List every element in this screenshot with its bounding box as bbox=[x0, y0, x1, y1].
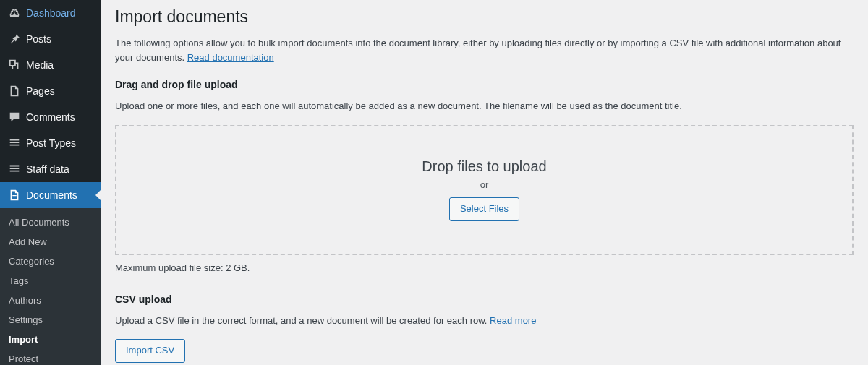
sidebar-item-label: Post Types bbox=[26, 137, 76, 150]
read-more-link[interactable]: Read more bbox=[490, 315, 536, 326]
select-files-button[interactable]: Select Files bbox=[449, 197, 519, 221]
sidebar-item-label: Staff data bbox=[26, 163, 69, 176]
sidebar-item-label: Dashboard bbox=[26, 7, 76, 20]
list-icon bbox=[7, 162, 22, 176]
submenu-settings[interactable]: Settings bbox=[0, 310, 101, 330]
submenu-categories[interactable]: Categories bbox=[0, 252, 101, 271]
sidebar-item-dashboard[interactable]: Dashboard bbox=[0, 0, 101, 26]
import-csv-button[interactable]: Import CSV bbox=[115, 339, 185, 363]
sidebar-item-label: Comments bbox=[26, 111, 75, 124]
submenu-protect[interactable]: Protect bbox=[0, 349, 101, 365]
section-csv-desc: Upload a CSV file in the correct format,… bbox=[115, 314, 854, 328]
media-icon bbox=[7, 58, 22, 72]
sidebar-item-label: Documents bbox=[26, 189, 77, 202]
document-icon bbox=[7, 188, 22, 202]
sidebar-item-posts[interactable]: Posts bbox=[0, 26, 101, 52]
dropzone-or-text: or bbox=[480, 179, 489, 190]
submenu-import[interactable]: Import bbox=[0, 330, 101, 349]
csv-desc-body: Upload a CSV file in the correct format,… bbox=[115, 315, 490, 326]
documents-submenu: All Documents Add New Categories Tags Au… bbox=[0, 208, 101, 365]
sidebar-item-label: Pages bbox=[26, 85, 55, 98]
submenu-tags[interactable]: Tags bbox=[0, 271, 101, 291]
page-icon bbox=[7, 84, 22, 98]
submenu-add-new[interactable]: Add New bbox=[0, 232, 101, 252]
sidebar-item-comments[interactable]: Comments bbox=[0, 104, 101, 130]
file-dropzone[interactable]: Drop files to upload or Select Files bbox=[115, 125, 854, 255]
sidebar-item-documents[interactable]: Documents bbox=[0, 182, 101, 208]
section-drag-drop-title: Drag and drop file upload bbox=[115, 79, 854, 90]
sidebar-item-label: Posts bbox=[26, 33, 51, 46]
dashboard-icon bbox=[7, 6, 22, 20]
max-upload-note: Maximum upload file size: 2 GB. bbox=[115, 262, 854, 273]
admin-sidebar: Dashboard Posts Media Pages Comments Pos… bbox=[0, 0, 101, 365]
section-drag-drop-desc: Upload one or more files, and each one w… bbox=[115, 99, 854, 113]
comment-icon bbox=[7, 110, 22, 124]
main-content: Import documents The following options a… bbox=[101, 0, 868, 365]
section-csv-title: CSV upload bbox=[115, 293, 854, 305]
sidebar-item-label: Media bbox=[26, 59, 54, 72]
sidebar-item-staff-data[interactable]: Staff data bbox=[0, 156, 101, 182]
read-documentation-link[interactable]: Read documentation bbox=[187, 52, 274, 63]
intro-text: The following options allow you to bulk … bbox=[115, 36, 854, 64]
sidebar-item-pages[interactable]: Pages bbox=[0, 78, 101, 104]
pin-icon bbox=[7, 32, 22, 46]
page-title: Import documents bbox=[115, 7, 854, 27]
submenu-authors[interactable]: Authors bbox=[0, 291, 101, 310]
submenu-all-documents[interactable]: All Documents bbox=[0, 212, 101, 232]
dropzone-title: Drop files to upload bbox=[422, 158, 546, 175]
active-pointer-icon bbox=[95, 189, 101, 201]
list-icon bbox=[7, 136, 22, 150]
sidebar-item-media[interactable]: Media bbox=[0, 52, 101, 78]
sidebar-item-post-types[interactable]: Post Types bbox=[0, 130, 101, 156]
